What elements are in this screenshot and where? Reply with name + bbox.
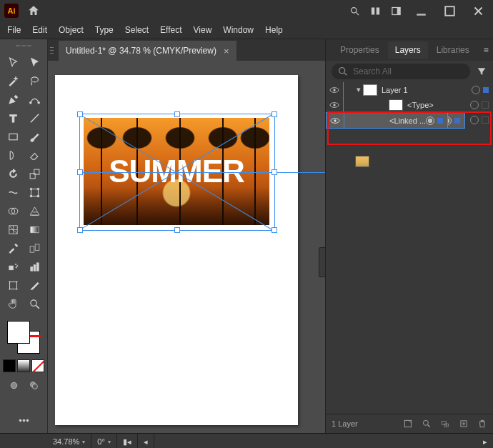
selection-bounds[interactable] xyxy=(79,114,275,231)
direct-selection-tool[interactable] xyxy=(25,54,44,71)
delete-layer-icon[interactable] xyxy=(477,419,487,429)
magic-wand-tool[interactable] xyxy=(4,72,22,89)
selection-indicator[interactable] xyxy=(482,101,489,109)
line-tool[interactable] xyxy=(25,109,44,126)
menu-help[interactable]: Help xyxy=(265,25,283,35)
new-sublayer-icon[interactable] xyxy=(440,419,450,429)
menu-view[interactable]: View xyxy=(194,25,212,35)
target-icon[interactable] xyxy=(426,116,434,125)
panel-menu-icon[interactable]: ≡ xyxy=(478,45,493,55)
paintbrush-tool[interactable] xyxy=(25,128,44,145)
draw-mode-normal[interactable] xyxy=(4,377,23,394)
tab-layers[interactable]: Layers xyxy=(388,41,428,59)
shaper-tool[interactable] xyxy=(4,146,22,164)
fill-swatch[interactable] xyxy=(7,321,30,344)
eraser-tool[interactable] xyxy=(25,146,44,164)
pen-tool[interactable] xyxy=(4,91,22,108)
svg-rect-28 xyxy=(9,266,13,270)
layer-name[interactable]: Layer 1 xyxy=(382,86,472,94)
artboard-tool[interactable] xyxy=(4,277,22,294)
menu-effect[interactable]: Effect xyxy=(160,25,181,35)
filter-icon[interactable] xyxy=(476,66,487,77)
selection-indicator[interactable] xyxy=(482,116,489,124)
none-mode-swatch[interactable] xyxy=(31,359,44,372)
column-graph-tool[interactable] xyxy=(25,258,44,275)
maximize-button[interactable] xyxy=(440,4,459,18)
status-bar: 34.78%▾ 0°▾ ▮◂ ◂ ▸ xyxy=(0,433,493,448)
clipping-mask-icon[interactable] xyxy=(422,419,432,429)
layer-name[interactable]: <Type> xyxy=(407,101,470,109)
workspace-icon[interactable] xyxy=(391,6,402,16)
visibility-toggle[interactable] xyxy=(326,84,343,96)
tab-libraries[interactable]: Libraries xyxy=(429,41,477,59)
svg-line-13 xyxy=(30,114,38,121)
close-button[interactable] xyxy=(469,4,487,18)
rectangle-tool[interactable] xyxy=(4,128,22,145)
shape-builder-tool[interactable] xyxy=(4,202,22,219)
selection-indicator[interactable] xyxy=(437,118,443,124)
visibility-toggle[interactable] xyxy=(327,115,344,126)
artboard-nav-first[interactable]: ▮◂ xyxy=(117,434,138,448)
width-tool[interactable] xyxy=(4,184,22,201)
rotate-view[interactable]: 0°▾ xyxy=(91,434,117,448)
gradient-tool[interactable] xyxy=(25,221,44,238)
menu-object[interactable]: Object xyxy=(59,25,84,35)
eyedropper-tool[interactable] xyxy=(4,239,22,257)
layer-row[interactable]: ▾ Layer 1 xyxy=(326,82,493,97)
rotate-tool[interactable] xyxy=(4,165,22,182)
artboard[interactable]: SUMMER xyxy=(55,75,298,425)
layer-row[interactable]: <Type> xyxy=(326,97,493,112)
selection-indicator[interactable] xyxy=(454,118,460,124)
tab-grip-icon[interactable] xyxy=(50,39,56,61)
layer-name[interactable]: <Linked ... xyxy=(389,116,426,125)
edit-toolbar-button[interactable] xyxy=(14,412,33,429)
document-tab[interactable]: Untitled-1* @ 34.78 % (CMYK/Preview) × xyxy=(59,41,236,61)
close-tab-icon[interactable]: × xyxy=(224,46,229,56)
svg-rect-35 xyxy=(9,282,16,289)
target-icon[interactable] xyxy=(470,101,479,109)
draw-mode-behind[interactable] xyxy=(24,377,43,394)
blend-tool[interactable] xyxy=(25,239,44,257)
svg-rect-17 xyxy=(31,189,38,196)
target-icon[interactable] xyxy=(472,86,480,94)
tab-properties[interactable]: Properties xyxy=(333,41,387,59)
menu-type[interactable]: Type xyxy=(95,25,114,35)
hand-tool[interactable] xyxy=(4,295,22,312)
gradient-mode-swatch[interactable] xyxy=(17,359,30,372)
panel-grip-icon[interactable] xyxy=(14,45,34,48)
search-icon[interactable] xyxy=(349,6,360,16)
canvas[interactable]: SUMMER xyxy=(48,61,325,433)
selection-tool[interactable] xyxy=(4,54,22,71)
layer-search-input[interactable]: Search All xyxy=(332,64,470,79)
zoom-level[interactable]: 34.78%▾ xyxy=(47,434,91,448)
disclosure-icon[interactable]: ▾ xyxy=(354,85,363,94)
fill-stroke-control[interactable] xyxy=(7,321,40,354)
symbol-sprayer-tool[interactable] xyxy=(4,258,22,275)
new-layer-icon[interactable] xyxy=(459,419,469,429)
curvature-tool[interactable] xyxy=(25,91,44,108)
selection-indicator[interactable] xyxy=(483,87,489,93)
minimize-button[interactable] xyxy=(412,4,430,18)
arrange-icon[interactable] xyxy=(370,6,381,16)
menu-window[interactable]: Window xyxy=(223,25,254,35)
perspective-grid-tool[interactable] xyxy=(25,202,44,219)
color-mode-swatch[interactable] xyxy=(3,359,16,372)
mesh-tool[interactable] xyxy=(4,221,22,238)
target-icon[interactable] xyxy=(470,116,479,124)
layer-row[interactable]: <Linked ... xyxy=(326,112,448,129)
artboard-nav-prev[interactable]: ◂ xyxy=(138,434,154,448)
locate-object-icon[interactable] xyxy=(403,419,413,429)
menu-select[interactable]: Select xyxy=(125,25,149,35)
menu-edit[interactable]: Edit xyxy=(32,25,47,35)
zoom-tool[interactable] xyxy=(25,295,44,312)
home-icon[interactable] xyxy=(27,4,40,17)
slice-tool[interactable] xyxy=(25,277,44,294)
free-transform-tool[interactable] xyxy=(25,184,44,201)
lasso-tool[interactable] xyxy=(25,72,44,89)
menu-file[interactable]: File xyxy=(7,25,21,35)
artboard-nav-next[interactable]: ▸ xyxy=(477,434,493,448)
panel-collapse-handle[interactable] xyxy=(319,247,325,277)
visibility-toggle[interactable] xyxy=(326,99,343,111)
type-tool[interactable] xyxy=(4,109,22,126)
scale-tool[interactable] xyxy=(25,165,44,182)
